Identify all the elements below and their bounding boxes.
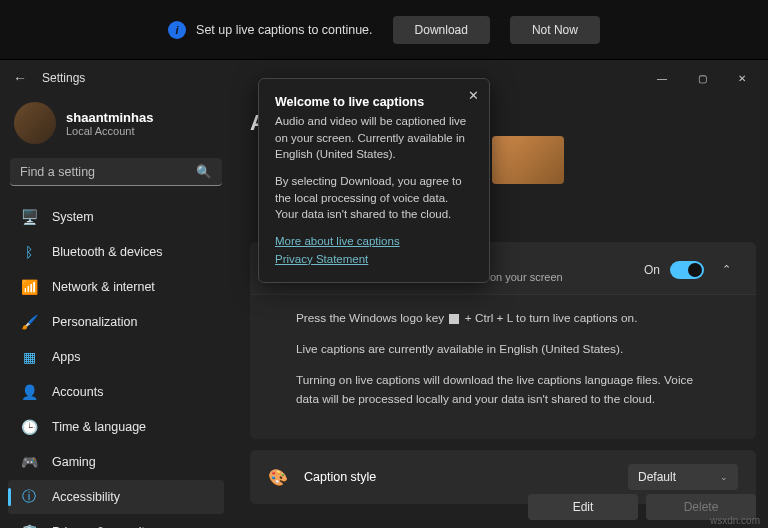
tooltip-title: Welcome to live captions [275, 93, 473, 111]
sidebar: shaantminhas Local Account Find a settin… [0, 96, 232, 528]
toggle-state: On [644, 263, 660, 277]
avatar [14, 102, 56, 144]
windows-logo-icon [449, 314, 459, 324]
window-title: Settings [42, 71, 85, 85]
maximize-button[interactable]: ▢ [684, 64, 720, 92]
caption-style-label: Caption style [304, 470, 376, 484]
nav-label: Personalization [52, 315, 137, 329]
close-button[interactable]: ✕ [724, 64, 760, 92]
detail-line-3: Turning on live captions will download t… [296, 371, 710, 409]
not-now-button[interactable]: Not Now [510, 16, 600, 44]
nav-icon: 📶 [20, 278, 38, 296]
nav-label: System [52, 210, 94, 224]
sidebar-item-system[interactable]: 🖥️System [8, 200, 224, 234]
nav-icon: ▦ [20, 348, 38, 366]
nav-label: Bluetooth & devices [52, 245, 163, 259]
sidebar-item-personalization[interactable]: 🖌️Personalization [8, 305, 224, 339]
sidebar-item-gaming[interactable]: 🎮Gaming [8, 445, 224, 479]
nav-label: Gaming [52, 455, 96, 469]
nav-icon: ⓘ [20, 488, 38, 506]
nav-icon: ᛒ [20, 243, 38, 261]
minimize-button[interactable]: — [644, 64, 680, 92]
back-button[interactable]: ← [8, 70, 32, 86]
caption-style-dropdown[interactable]: Default ⌄ [628, 464, 738, 490]
nav-icon: 🕒 [20, 418, 38, 436]
sidebar-item-accounts[interactable]: 👤Accounts [8, 375, 224, 409]
caption-preview-thumb [492, 136, 564, 184]
detail-line-2: Live captions are currently available in… [296, 340, 710, 359]
caption-style-icon: 🎨 [268, 468, 288, 487]
sidebar-item-time-language[interactable]: 🕒Time & language [8, 410, 224, 444]
profile-sub: Local Account [66, 125, 153, 137]
nav-icon: 🖌️ [20, 313, 38, 331]
more-about-link[interactable]: More about live captions [275, 233, 473, 250]
detail-line-1: Press the Windows logo key + Ctrl + L to… [296, 309, 710, 328]
privacy-statement-link[interactable]: Privacy Statement [275, 251, 473, 268]
nav-label: Network & internet [52, 280, 155, 294]
nav-icon: 🛡️ [20, 523, 38, 528]
chevron-down-icon: ⌄ [720, 472, 728, 482]
tooltip-close-button[interactable]: ✕ [468, 87, 479, 106]
tooltip-paragraph-2: By selecting Download, you agree to the … [275, 173, 473, 223]
live-captions-detail: Press the Windows logo key + Ctrl + L to… [250, 294, 756, 439]
notification-text: Set up live captions to continue. [196, 23, 373, 37]
tooltip-paragraph-1: Audio and video will be captioned live o… [275, 113, 473, 163]
nav-label: Accessibility [52, 490, 120, 504]
live-captions-toggle[interactable] [670, 261, 704, 279]
search-placeholder: Find a setting [20, 165, 196, 179]
profile-name: shaantminhas [66, 110, 153, 125]
profile[interactable]: shaantminhas Local Account [8, 96, 224, 158]
info-icon: i [168, 21, 186, 39]
sidebar-item-bluetooth-devices[interactable]: ᛒBluetooth & devices [8, 235, 224, 269]
sidebar-item-privacy-security[interactable]: 🛡️Privacy & security [8, 515, 224, 528]
download-button[interactable]: Download [393, 16, 490, 44]
nav-icon: 🎮 [20, 453, 38, 471]
welcome-tooltip: ✕ Welcome to live captions Audio and vid… [258, 78, 490, 283]
nav-label: Accounts [52, 385, 103, 399]
nav-list: 🖥️SystemᛒBluetooth & devices📶Network & i… [8, 200, 224, 528]
watermark: wsxdn.com [710, 515, 760, 526]
nav-label: Time & language [52, 420, 146, 434]
sidebar-item-apps[interactable]: ▦Apps [8, 340, 224, 374]
search-input[interactable]: Find a setting 🔍 [10, 158, 222, 186]
nav-icon: 🖥️ [20, 208, 38, 226]
search-icon: 🔍 [196, 164, 212, 179]
nav-icon: 👤 [20, 383, 38, 401]
edit-button[interactable]: Edit [528, 494, 638, 520]
nav-label: Apps [52, 350, 81, 364]
expand-chevron-icon[interactable]: ⌃ [714, 263, 738, 276]
setup-notification: i Set up live captions to continue. Down… [0, 0, 768, 60]
sidebar-item-accessibility[interactable]: ⓘAccessibility [8, 480, 224, 514]
sidebar-item-network-internet[interactable]: 📶Network & internet [8, 270, 224, 304]
